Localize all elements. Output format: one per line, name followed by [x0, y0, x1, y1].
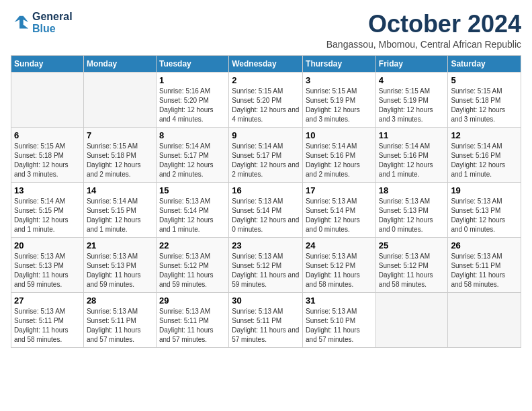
- day-info: Sunrise: 5:13 AM Sunset: 5:13 PM Dayligh…: [14, 252, 81, 289]
- day-number: 20: [14, 240, 81, 250]
- day-info: Sunrise: 5:13 AM Sunset: 5:11 PM Dayligh…: [14, 307, 81, 345]
- day-info: Sunrise: 5:13 AM Sunset: 5:11 PM Dayligh…: [87, 307, 153, 345]
- weekday-header-tuesday: Tuesday: [156, 55, 228, 72]
- calendar-cell: 6Sunrise: 5:15 AM Sunset: 5:18 PM Daylig…: [11, 127, 84, 182]
- calendar-cell: 25Sunrise: 5:13 AM Sunset: 5:12 PM Dayli…: [375, 237, 448, 292]
- day-number: 18: [379, 185, 445, 195]
- calendar-week-5: 27Sunrise: 5:13 AM Sunset: 5:11 PM Dayli…: [11, 292, 521, 347]
- day-number: 12: [451, 130, 518, 140]
- day-number: 19: [451, 185, 518, 195]
- logo: General Blue: [11, 11, 73, 35]
- day-number: 23: [232, 240, 300, 250]
- logo-text: General Blue: [32, 11, 73, 35]
- day-number: 5: [451, 75, 518, 85]
- day-number: 7: [87, 130, 153, 140]
- day-number: 6: [14, 130, 81, 140]
- calendar-cell: 13Sunrise: 5:14 AM Sunset: 5:15 PM Dayli…: [11, 182, 84, 237]
- day-number: 25: [379, 240, 445, 250]
- svg-marker-0: [15, 16, 29, 29]
- day-info: Sunrise: 5:13 AM Sunset: 5:13 PM Dayligh…: [451, 197, 518, 234]
- day-number: 26: [451, 240, 518, 250]
- month-title: October 2024: [326, 11, 521, 38]
- weekday-header-saturday: Saturday: [448, 55, 521, 72]
- day-number: 27: [14, 295, 81, 306]
- weekday-header-thursday: Thursday: [303, 55, 376, 72]
- calendar-cell: 15Sunrise: 5:13 AM Sunset: 5:14 PM Dayli…: [156, 182, 228, 237]
- calendar-cell: [375, 292, 448, 347]
- day-number: 22: [159, 240, 226, 250]
- day-info: Sunrise: 5:14 AM Sunset: 5:16 PM Dayligh…: [379, 142, 445, 179]
- day-info: Sunrise: 5:13 AM Sunset: 5:12 PM Dayligh…: [379, 252, 445, 289]
- weekday-header-wednesday: Wednesday: [229, 55, 303, 72]
- calendar-week-4: 20Sunrise: 5:13 AM Sunset: 5:13 PM Dayli…: [11, 237, 521, 292]
- day-info: Sunrise: 5:13 AM Sunset: 5:14 PM Dayligh…: [159, 197, 226, 234]
- calendar-week-3: 13Sunrise: 5:14 AM Sunset: 5:15 PM Dayli…: [11, 182, 521, 237]
- day-info: Sunrise: 5:13 AM Sunset: 5:11 PM Dayligh…: [232, 307, 300, 345]
- calendar-cell: 29Sunrise: 5:13 AM Sunset: 5:11 PM Dayli…: [156, 292, 228, 347]
- day-info: Sunrise: 5:14 AM Sunset: 5:15 PM Dayligh…: [87, 197, 153, 234]
- day-info: Sunrise: 5:14 AM Sunset: 5:17 PM Dayligh…: [159, 142, 226, 179]
- day-number: 30: [232, 295, 300, 306]
- weekday-header-sunday: Sunday: [11, 55, 84, 72]
- calendar-cell: 28Sunrise: 5:13 AM Sunset: 5:11 PM Dayli…: [83, 292, 156, 347]
- day-info: Sunrise: 5:13 AM Sunset: 5:14 PM Dayligh…: [232, 197, 300, 234]
- calendar-cell: 20Sunrise: 5:13 AM Sunset: 5:13 PM Dayli…: [11, 237, 84, 292]
- day-number: 2: [232, 75, 300, 85]
- day-number: 13: [14, 185, 81, 195]
- day-info: Sunrise: 5:14 AM Sunset: 5:16 PM Dayligh…: [306, 142, 373, 179]
- calendar-cell: 19Sunrise: 5:13 AM Sunset: 5:13 PM Dayli…: [448, 182, 521, 237]
- day-info: Sunrise: 5:13 AM Sunset: 5:12 PM Dayligh…: [306, 252, 373, 289]
- day-info: Sunrise: 5:13 AM Sunset: 5:13 PM Dayligh…: [379, 197, 445, 234]
- day-number: 1: [159, 75, 226, 85]
- day-info: Sunrise: 5:13 AM Sunset: 5:12 PM Dayligh…: [232, 252, 300, 289]
- calendar-cell: [448, 292, 521, 347]
- calendar-cell: 12Sunrise: 5:14 AM Sunset: 5:16 PM Dayli…: [448, 127, 521, 182]
- day-info: Sunrise: 5:15 AM Sunset: 5:19 PM Dayligh…: [306, 87, 373, 124]
- day-info: Sunrise: 5:15 AM Sunset: 5:18 PM Dayligh…: [87, 142, 153, 179]
- calendar-week-2: 6Sunrise: 5:15 AM Sunset: 5:18 PM Daylig…: [11, 127, 521, 182]
- day-number: 28: [87, 295, 153, 306]
- day-info: Sunrise: 5:15 AM Sunset: 5:18 PM Dayligh…: [451, 87, 518, 124]
- calendar-cell: [11, 72, 84, 127]
- calendar-cell: [83, 72, 156, 127]
- day-info: Sunrise: 5:13 AM Sunset: 5:10 PM Dayligh…: [306, 307, 373, 345]
- weekday-header-monday: Monday: [83, 55, 156, 72]
- calendar-cell: 3Sunrise: 5:15 AM Sunset: 5:19 PM Daylig…: [303, 72, 376, 127]
- calendar-cell: 18Sunrise: 5:13 AM Sunset: 5:13 PM Dayli…: [375, 182, 448, 237]
- page-header: General Blue October 2024 Bangassou, Mbo…: [11, 11, 521, 50]
- day-number: 29: [159, 295, 226, 306]
- location-subtitle: Bangassou, Mbomou, Central African Repub…: [326, 39, 521, 50]
- day-number: 21: [87, 240, 153, 250]
- calendar-cell: 2Sunrise: 5:15 AM Sunset: 5:20 PM Daylig…: [229, 72, 303, 127]
- calendar-cell: 5Sunrise: 5:15 AM Sunset: 5:18 PM Daylig…: [448, 72, 521, 127]
- weekday-header-friday: Friday: [375, 55, 448, 72]
- calendar-cell: 31Sunrise: 5:13 AM Sunset: 5:10 PM Dayli…: [303, 292, 376, 347]
- calendar-week-1: 1Sunrise: 5:16 AM Sunset: 5:20 PM Daylig…: [11, 72, 521, 127]
- day-number: 15: [159, 185, 226, 195]
- day-info: Sunrise: 5:13 AM Sunset: 5:13 PM Dayligh…: [87, 252, 153, 289]
- day-info: Sunrise: 5:13 AM Sunset: 5:12 PM Dayligh…: [159, 252, 226, 289]
- day-number: 31: [306, 295, 373, 306]
- calendar-cell: 30Sunrise: 5:13 AM Sunset: 5:11 PM Dayli…: [229, 292, 303, 347]
- title-block: October 2024 Bangassou, Mbomou, Central …: [326, 11, 521, 50]
- day-number: 3: [306, 75, 373, 85]
- calendar-cell: 4Sunrise: 5:15 AM Sunset: 5:19 PM Daylig…: [375, 72, 448, 127]
- day-number: 14: [87, 185, 153, 195]
- day-number: 16: [232, 185, 300, 195]
- calendar-cell: 11Sunrise: 5:14 AM Sunset: 5:16 PM Dayli…: [375, 127, 448, 182]
- calendar-cell: 14Sunrise: 5:14 AM Sunset: 5:15 PM Dayli…: [83, 182, 156, 237]
- day-info: Sunrise: 5:13 AM Sunset: 5:11 PM Dayligh…: [159, 307, 226, 345]
- calendar-cell: 16Sunrise: 5:13 AM Sunset: 5:14 PM Dayli…: [229, 182, 303, 237]
- day-info: Sunrise: 5:13 AM Sunset: 5:11 PM Dayligh…: [451, 252, 518, 289]
- calendar-cell: 21Sunrise: 5:13 AM Sunset: 5:13 PM Dayli…: [83, 237, 156, 292]
- calendar-cell: 7Sunrise: 5:15 AM Sunset: 5:18 PM Daylig…: [83, 127, 156, 182]
- calendar-table: SundayMondayTuesdayWednesdayThursdayFrid…: [11, 55, 521, 348]
- day-info: Sunrise: 5:15 AM Sunset: 5:19 PM Dayligh…: [379, 87, 445, 124]
- calendar-cell: 26Sunrise: 5:13 AM Sunset: 5:11 PM Dayli…: [448, 237, 521, 292]
- day-info: Sunrise: 5:15 AM Sunset: 5:18 PM Dayligh…: [14, 142, 81, 179]
- logo-icon: [11, 13, 30, 32]
- day-number: 8: [159, 130, 226, 140]
- day-number: 11: [379, 130, 445, 140]
- day-info: Sunrise: 5:13 AM Sunset: 5:14 PM Dayligh…: [306, 197, 373, 234]
- calendar-cell: 10Sunrise: 5:14 AM Sunset: 5:16 PM Dayli…: [303, 127, 376, 182]
